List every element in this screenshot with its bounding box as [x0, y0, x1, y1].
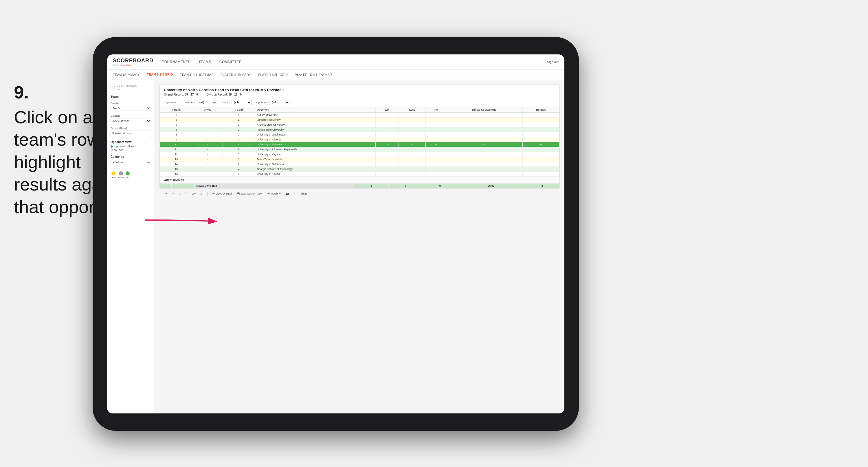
- table-row[interactable]: 16 - 3 University of Florida: [160, 172, 559, 177]
- out-div-row[interactable]: NCAA Division II 1 0 0 26.00 3: [160, 183, 559, 188]
- nav-teams[interactable]: TEAMS: [198, 59, 211, 65]
- grid-header: University of North Carolina Head-to-Hea…: [160, 85, 559, 98]
- table-row[interactable]: 8 - 2 University of Washington: [160, 132, 559, 137]
- sidebar-school-section: School (Rank) University of Nort...: [111, 127, 151, 137]
- subnav-team-h2h-heatmap[interactable]: TEAM H2H HEATMAP: [180, 72, 214, 77]
- save-label: Save Custom View: [241, 192, 262, 195]
- out-div-tie: 0: [423, 183, 457, 188]
- nav-tournaments[interactable]: TOURNAMENTS: [162, 59, 190, 65]
- radio-top100[interactable]: Top 100: [111, 149, 151, 152]
- cell-diff: [446, 113, 522, 118]
- reset-btn[interactable]: ↺: [178, 192, 182, 196]
- subnav-team-h2h-grid[interactable]: TEAM H2H GRID: [147, 72, 173, 77]
- table-row[interactable]: 4 - 1 Arizona State University: [160, 122, 559, 127]
- cell-conf: 1: [223, 122, 255, 127]
- division-select[interactable]: NCAA Division I: [111, 118, 151, 123]
- cell-tie: [426, 113, 446, 118]
- cell-diff: [446, 172, 522, 177]
- cell-loss: [399, 172, 426, 177]
- table-row[interactable]: 12 - 3 University of Virginia: [160, 152, 559, 157]
- colour-by-section: Colour by Win/loss: [111, 155, 151, 168]
- cell-rounds: [523, 118, 559, 122]
- division-record-value: 88 - 17 - 0: [228, 93, 242, 96]
- undo-btn[interactable]: ↩: [163, 192, 168, 196]
- cell-win: [375, 152, 399, 157]
- region-select[interactable]: (All): [231, 100, 252, 105]
- region-label: Region: [222, 101, 230, 104]
- watch-icon: 👁: [267, 192, 270, 195]
- out-div-win: 1: [354, 183, 389, 188]
- cell-reg: -: [193, 113, 223, 118]
- table-row[interactable]: 3 - 2 Vanderbilt University: [160, 118, 559, 122]
- view-original-btn[interactable]: 👁 View: Original: [211, 192, 233, 196]
- cell-rank: 2: [160, 113, 193, 118]
- sign-out-button[interactable]: Sign out: [543, 60, 559, 64]
- conference-select[interactable]: (All): [197, 100, 217, 105]
- out-of-division-table: NCAA Division II 1 0 0 26.00 3: [160, 183, 559, 188]
- screenshot-btn[interactable]: 📷: [285, 192, 290, 196]
- col-rank: # Rank: [160, 107, 193, 113]
- table-row[interactable]: 6 - 2 Florida State University: [160, 127, 559, 132]
- cell-rounds: 8: [523, 142, 559, 147]
- legend-down-label: Down: [111, 176, 116, 179]
- cell-rounds: [523, 152, 559, 157]
- filter-conference: Conference (All): [182, 100, 217, 105]
- cell-diff: [446, 147, 522, 152]
- cell-tie: [426, 118, 446, 122]
- cell-conf: 2: [223, 132, 255, 137]
- download-btn[interactable]: ⬇: [292, 192, 297, 196]
- cell-conf: 1: [223, 157, 255, 162]
- paste-btn[interactable]: ⊞+: [191, 192, 197, 196]
- radio-opponents-played[interactable]: Opponents Played: [111, 145, 151, 148]
- cell-tie: [426, 162, 446, 167]
- table-row[interactable]: 11 - 5 University of Alabama 3 0 0 2.61 …: [160, 142, 559, 147]
- table-row[interactable]: 9 - 3 University of Arizona: [160, 137, 559, 142]
- share-btn[interactable]: Share: [300, 192, 309, 196]
- colour-by-select[interactable]: Win/loss: [111, 160, 151, 165]
- clock-btn[interactable]: ⊙: [199, 192, 204, 196]
- cell-loss: [399, 122, 426, 127]
- subnav-player-summary[interactable]: PLAYER SUMMARY: [221, 72, 251, 77]
- table-row[interactable]: 13 - 1 Texas Tech University: [160, 157, 559, 162]
- share-label: Share: [301, 192, 308, 195]
- watch-arrow: ▼: [279, 192, 281, 195]
- watch-btn[interactable]: 👁 Watch ▼: [266, 192, 282, 196]
- redo-btn[interactable]: ↪: [170, 192, 175, 196]
- table-row[interactable]: 11 - 6 University of Arkansas, Fayettevi…: [160, 147, 559, 152]
- filter-opponent: Opponent (All): [256, 100, 290, 105]
- cell-rounds: [523, 137, 559, 142]
- table-row[interactable]: 14 - 2 University of Oklahoma: [160, 162, 559, 167]
- cell-reg: -: [193, 172, 223, 177]
- overall-record-label: Overall Record: 89 - 17 - 0: [164, 93, 198, 96]
- save-custom-view-btn[interactable]: 💾 Save Custom View: [235, 192, 264, 196]
- save-icon: 💾: [237, 192, 240, 195]
- cell-diff: [446, 167, 522, 172]
- cell-rank: 16: [160, 172, 193, 177]
- subnav-team-summary[interactable]: TEAM SUMMARY: [113, 72, 140, 77]
- table-row[interactable]: 2 - 1 Auburn University: [160, 113, 559, 118]
- division-record-label: Division Record: 88 - 17 - 0: [207, 93, 242, 96]
- cell-opponent: University of Arizona: [255, 137, 375, 142]
- subnav-player-h2h-heatmap[interactable]: PLAYER H2H HEATMAP: [294, 72, 332, 77]
- table-row[interactable]: 15 - 4 Georgia Institute of Technology: [160, 167, 559, 172]
- cell-loss: [399, 167, 426, 172]
- nav-committee[interactable]: COMMITTEE: [219, 59, 242, 65]
- cell-rank: 6: [160, 127, 193, 132]
- cell-win: [375, 137, 399, 142]
- cell-diff: [446, 152, 522, 157]
- watch-label: Watch: [271, 192, 278, 195]
- opponent-select[interactable]: (All): [269, 100, 289, 105]
- cell-rank: 15: [160, 167, 193, 172]
- cell-win: [375, 162, 399, 167]
- gender-select[interactable]: Men's: [111, 106, 151, 111]
- bottom-toolbar: ↩ ↪ ↺ ⧉ ⊞+ ⊙ 👁 View: Original 💾 Save Cus…: [159, 189, 560, 198]
- copy-btn[interactable]: ⧉: [184, 192, 188, 196]
- cell-reg: -: [193, 137, 223, 142]
- school-value[interactable]: University of Nort...: [111, 130, 151, 137]
- subnav-player-h2h-grid[interactable]: PLAYER H2H GRID: [258, 72, 288, 77]
- col-reg: # Reg: [193, 107, 223, 113]
- cell-reg: -: [193, 162, 223, 167]
- cell-opponent: University of Oklahoma: [255, 162, 375, 167]
- legend-up: Up: [126, 171, 130, 179]
- cell-reg: -: [193, 142, 223, 147]
